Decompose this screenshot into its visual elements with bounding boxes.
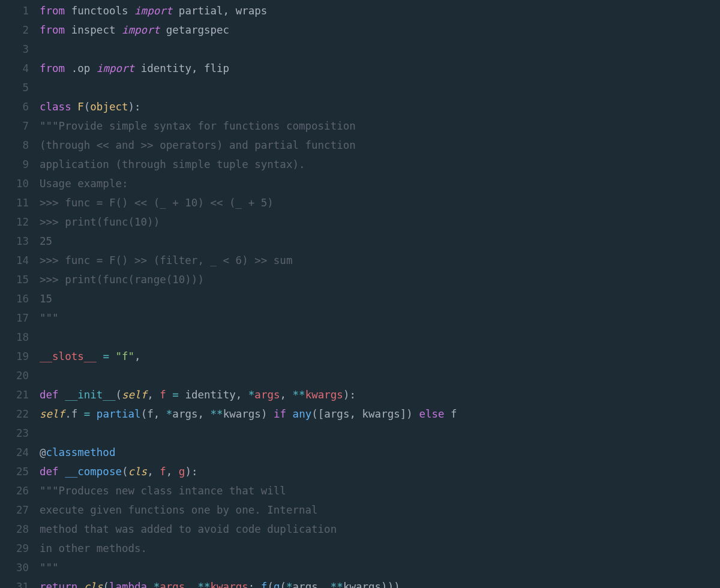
code-editor[interactable]: 1234567891011121314151617181920212223242… — [0, 0, 720, 588]
line-number: 3 — [0, 40, 29, 59]
code-line[interactable] — [40, 40, 457, 59]
code-line[interactable]: self.f = partial(f, *args, **kwargs) if … — [40, 404, 457, 424]
code-line[interactable]: @classmethod — [40, 443, 457, 462]
code-line[interactable]: __slots__ = "f", — [40, 347, 457, 366]
line-number: 15 — [0, 270, 29, 289]
line-number: 31 — [0, 577, 29, 588]
code-line[interactable]: """ — [40, 308, 457, 328]
line-number: 12 — [0, 212, 29, 232]
code-line[interactable]: method that was added to avoid code dupl… — [40, 520, 457, 539]
code-line[interactable]: from functools import partial, wraps — [40, 1, 457, 20]
code-line[interactable]: """ — [40, 558, 457, 577]
code-line[interactable]: return cls(lambda *args, **kwargs: f(g(*… — [40, 577, 457, 588]
code-line[interactable]: >>> print(func(10)) — [40, 212, 457, 232]
code-line[interactable]: Usage example: — [40, 174, 457, 193]
line-number: 18 — [0, 328, 29, 347]
code-line[interactable]: 25 — [40, 232, 457, 251]
line-number: 7 — [0, 116, 29, 136]
line-number: 28 — [0, 520, 29, 539]
code-line[interactable] — [40, 328, 457, 347]
code-line[interactable]: application (through simple tuple syntax… — [40, 155, 457, 174]
code-line[interactable]: class F(object): — [40, 97, 457, 116]
code-line[interactable]: """Provide simple syntax for functions c… — [40, 116, 457, 136]
code-area[interactable]: from functools import partial, wrapsfrom… — [40, 0, 457, 588]
line-number: 21 — [0, 385, 29, 404]
code-line[interactable]: def __init__(self, f = identity, *args, … — [40, 385, 457, 404]
code-line[interactable]: >>> func = F() << (_ + 10) << (_ + 5) — [40, 193, 457, 212]
code-line[interactable]: in other methods. — [40, 539, 457, 558]
code-line[interactable]: from .op import identity, flip — [40, 59, 457, 78]
code-line[interactable] — [40, 424, 457, 443]
line-number: 9 — [0, 155, 29, 174]
line-number: 19 — [0, 347, 29, 366]
line-number: 11 — [0, 193, 29, 212]
code-line[interactable]: >>> func = F() >> (filter, _ < 6) >> sum — [40, 251, 457, 270]
code-line[interactable]: """Produces new class intance that will — [40, 481, 457, 500]
code-line[interactable]: >>> print(func(range(10))) — [40, 270, 457, 289]
code-line[interactable]: def __compose(cls, f, g): — [40, 462, 457, 481]
line-number: 2 — [0, 20, 29, 40]
line-number: 17 — [0, 308, 29, 328]
line-number: 5 — [0, 78, 29, 97]
code-line[interactable]: 15 — [40, 289, 457, 308]
line-number: 6 — [0, 97, 29, 116]
line-number: 27 — [0, 500, 29, 520]
line-number: 13 — [0, 232, 29, 251]
line-number: 24 — [0, 443, 29, 462]
line-number: 4 — [0, 59, 29, 78]
code-line[interactable]: from inspect import getargspec — [40, 20, 457, 40]
line-number: 25 — [0, 462, 29, 481]
line-number: 30 — [0, 558, 29, 577]
line-number: 26 — [0, 481, 29, 500]
line-number: 1 — [0, 1, 29, 20]
code-line[interactable] — [40, 366, 457, 385]
line-number: 14 — [0, 251, 29, 270]
line-number: 10 — [0, 174, 29, 193]
code-line[interactable] — [40, 78, 457, 97]
code-line[interactable]: (through << and >> operators) and partia… — [40, 136, 457, 155]
line-number: 8 — [0, 136, 29, 155]
gutter: 1234567891011121314151617181920212223242… — [0, 0, 40, 588]
line-number: 20 — [0, 366, 29, 385]
code-line[interactable]: execute given functions one by one. Inte… — [40, 500, 457, 520]
line-number: 29 — [0, 539, 29, 558]
line-number: 22 — [0, 404, 29, 424]
line-number: 16 — [0, 289, 29, 308]
line-number: 23 — [0, 424, 29, 443]
